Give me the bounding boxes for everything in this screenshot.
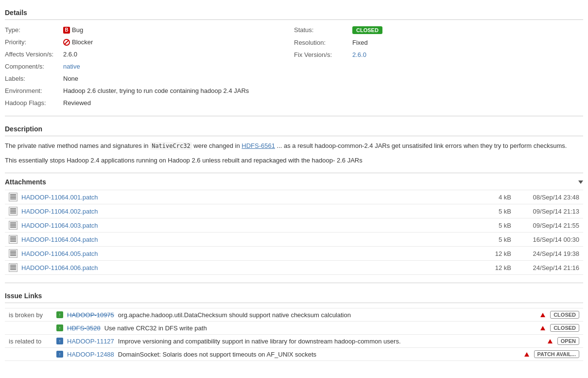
issue-links-list: is broken by ↑ HADOOP-10975 org.apache.h… [5, 308, 583, 361]
issue-priority-icon [539, 311, 546, 318]
attachment-row: HADOOP-11064.001.patch 4 kB 08/Sep/14 23… [5, 190, 583, 204]
issue-link-description: org.apache.hadoop.util.DataChecksum shou… [118, 311, 536, 319]
attachment-file-icon [9, 235, 17, 244]
labels-row: Labels: None [5, 73, 294, 84]
attachment-name[interactable]: HADOOP-11064.002.patch [21, 208, 472, 215]
type-label: Type: [5, 26, 63, 34]
attachment-row: HADOOP-11064.002.patch 5 kB 09/Sep/14 21… [5, 204, 583, 218]
link-type-icon: ↑ [56, 324, 63, 331]
attachment-name[interactable]: HADOOP-11064.001.patch [21, 194, 472, 201]
issue-link-ref[interactable]: HDFS-3528 [67, 324, 101, 332]
issue-link-description: Improve versioning and compatibility sup… [118, 338, 543, 345]
attachment-name[interactable]: HADOOP-11064.004.patch [21, 236, 472, 243]
affects-label: Affects Version/s: [5, 51, 63, 58]
resolution-label: Resolution: [294, 39, 352, 46]
resolution-row: Resolution: Fixed [294, 37, 583, 48]
fix-version-link[interactable]: 2.6.0 [352, 51, 366, 58]
issue-links-header: Issue Links [5, 288, 583, 303]
attachment-size: 4 kB [472, 194, 511, 201]
attachment-name[interactable]: HADOOP-11064.005.patch [21, 250, 472, 257]
details-section: Details Type: B Bug Priority: Blocker Af… [5, 5, 583, 108]
affects-value: 2.6.0 [63, 51, 77, 58]
attachment-row: HADOOP-11064.005.patch 12 kB 24/Sep/14 1… [5, 247, 583, 261]
environment-row: Environment: Hadoop 2.6 cluster, trying … [5, 86, 294, 96]
attachment-file-icon [9, 221, 17, 230]
components-link[interactable]: native [63, 63, 80, 70]
arrow-up-icon [540, 326, 545, 330]
issue-links-section: Issue Links is broken by ↑ HADOOP-10975 … [5, 283, 583, 361]
environment-label: Environment: [5, 87, 63, 94]
description-header: Description [5, 121, 583, 136]
components-label: Component/s: [5, 63, 63, 70]
issue-link-status: OPEN [557, 337, 579, 345]
attachment-date: 24/Sep/14 21:16 [511, 264, 579, 271]
hadoop-flags-row: Hadoop Flags: Reviewed [5, 98, 294, 108]
arrow-up-icon [540, 313, 545, 317]
attachment-date: 09/Sep/14 21:13 [511, 208, 579, 215]
arrow-up-icon [524, 352, 529, 357]
attachment-date: 24/Sep/14 19:38 [511, 250, 579, 257]
hdfs-link[interactable]: HDFS-6561 [242, 142, 275, 149]
hadoop-flags-value: Reviewed [63, 99, 91, 107]
description-para1: The private native method names and sign… [5, 141, 583, 151]
attachment-size: 12 kB [472, 250, 511, 257]
issue-link-ref[interactable]: HADOOP-10975 [67, 311, 114, 319]
priority-value: Blocker [63, 38, 93, 46]
description-section: Description The private native method na… [5, 116, 583, 165]
desc-prefix: The private native method names and sign… [5, 142, 150, 149]
attachment-size: 12 kB [472, 264, 511, 271]
details-left: Type: B Bug Priority: Blocker Affects Ve… [5, 25, 294, 108]
issue-link-ref[interactable]: HADOOP-12488 [67, 351, 114, 358]
details-grid: Type: B Bug Priority: Blocker Affects Ve… [5, 25, 583, 108]
link-type-icon: ↑ [56, 351, 63, 358]
attachments-section: Attachments HADOOP-11064.001.patch 4 kB … [5, 173, 583, 275]
attachment-name[interactable]: HADOOP-11064.003.patch [21, 222, 472, 229]
arrow-up-icon [548, 339, 553, 343]
attachments-header: Attachments [5, 178, 583, 186]
status-value: CLOSED [352, 26, 382, 34]
issue-priority-icon [539, 324, 546, 331]
attachment-file-icon [9, 193, 17, 201]
hadoop-flags-label: Hadoop Flags: [5, 99, 63, 107]
attachments-title: Attachments [5, 178, 46, 186]
type-row: Type: B Bug [5, 25, 294, 35]
attachment-row: HADOOP-11064.004.patch 5 kB 16/Sep/14 00… [5, 233, 583, 247]
attachment-name[interactable]: HADOOP-11064.006.patch [21, 264, 472, 271]
issue-link-row: is related to ↑ HADOOP-11127 Improve ver… [5, 335, 583, 348]
issue-priority-icon [523, 351, 530, 358]
link-type-icon: ↑ [56, 311, 63, 318]
attachment-file-icon [9, 249, 17, 258]
link-type-icon: ↑ [56, 338, 63, 344]
details-right: Status: CLOSED Resolution: Fixed Fix Ver… [294, 25, 583, 108]
desc-suffix: ... as a result hadoop-common-2.4 JARs g… [275, 142, 567, 149]
issue-link-row: ↑ HADOOP-12488 DomainSocket: Solaris doe… [5, 348, 583, 361]
status-badge: CLOSED [352, 26, 382, 34]
fix-version-value: 2.6.0 [352, 51, 366, 58]
issue-link-description: DomainSocket: Solaris does not support t… [118, 351, 519, 358]
bug-icon: B [63, 27, 70, 34]
issue-link-status: CLOSED [550, 311, 579, 319]
attachments-toggle-icon[interactable] [578, 180, 583, 184]
issue-link-status: PATCH AVAIL... [534, 350, 579, 358]
issue-link-description: Use native CRC32 in DFS write path [104, 324, 536, 332]
link-relation: is broken by [9, 311, 52, 319]
labels-value: None [63, 75, 78, 82]
issue-link-row: is broken by ↑ HADOOP-10975 org.apache.h… [5, 308, 583, 322]
components-value: native [63, 63, 80, 70]
issue-link-ref[interactable]: HADOOP-11127 [67, 338, 114, 345]
status-label: Status: [294, 26, 352, 34]
type-value: B Bug [63, 26, 83, 34]
details-header: Details [5, 5, 583, 20]
environment-value: Hadoop 2.6 cluster, trying to run code c… [63, 87, 249, 94]
issue-link-row: ↑ HDFS-3528 Use native CRC32 in DFS writ… [5, 322, 583, 335]
attachment-row: HADOOP-11064.003.patch 5 kB 09/Sep/14 21… [5, 218, 583, 233]
components-row: Component/s: native [5, 61, 294, 72]
priority-label: Priority: [5, 38, 63, 46]
attachment-row: HADOOP-11064.006.patch 12 kB 24/Sep/14 2… [5, 261, 583, 275]
fix-version-label: Fix Version/s: [294, 51, 352, 58]
affects-row: Affects Version/s: 2.6.0 [5, 49, 294, 59]
desc-middle: were changed in [192, 142, 242, 149]
blocker-icon [63, 39, 70, 46]
issue-priority-icon [547, 338, 553, 344]
attachment-file-icon [9, 263, 17, 272]
